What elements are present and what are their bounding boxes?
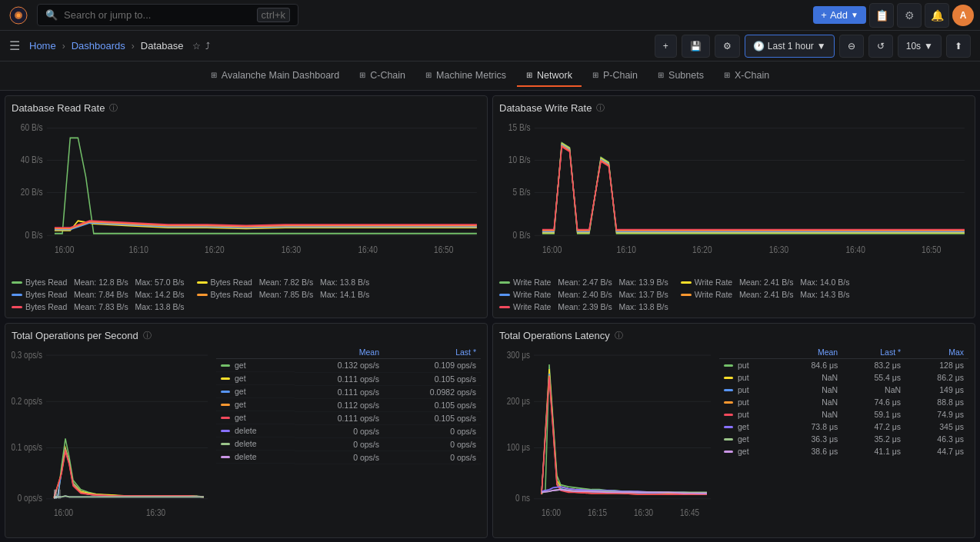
tab-icon-avalanche: ⊞ — [211, 71, 217, 79]
ops-table-row: delete 0 ops/s 0 ops/s — [216, 437, 481, 451]
latency-chart-area: 300 μs 200 μs 100 μs 0 ns 16:00 16:15 16… — [499, 346, 715, 531]
ops-row-last: 0 ops/s — [384, 424, 481, 437]
ops-table-row: delete 0 ops/s 0 ops/s — [216, 424, 481, 437]
tab-pchain[interactable]: ⊞ P-Chain — [583, 65, 647, 87]
latency-col-max[interactable]: Max — [905, 346, 968, 359]
tab-icon-xchain: ⊞ — [724, 71, 730, 79]
breadcrumb-home[interactable]: Home — [29, 40, 56, 52]
avatar[interactable]: A — [952, 5, 974, 26]
tab-subnets[interactable]: ⊞ Subnets — [648, 65, 713, 87]
latency-table-row: get 38.6 μs 41.1 μs 44.7 μs — [719, 445, 968, 457]
svg-text:16:40: 16:40 — [358, 244, 377, 254]
clock-icon: 🕐 — [753, 41, 765, 52]
star-icon[interactable]: ☆ — [192, 41, 201, 52]
collapse-button[interactable]: ⬆ — [946, 35, 971, 58]
latency-info-icon[interactable]: ⓘ — [615, 330, 623, 341]
zoom-out-button[interactable]: ⊖ — [839, 35, 864, 58]
latency-row-last: 35.2 μs — [842, 433, 905, 445]
svg-text:16:20: 16:20 — [692, 244, 712, 254]
svg-text:60 B/s: 60 B/s — [21, 122, 43, 132]
grafana-logo[interactable] — [6, 3, 31, 28]
write-legend-2: Write Rate Mean: 2.41 B/s Max: 14.0 B/s — [681, 278, 850, 287]
write-legend-3: Write Rate Mean: 2.40 B/s Max: 13.7 B/s — [499, 290, 668, 299]
tab-machine[interactable]: ⊞ Machine Metrics — [416, 65, 515, 87]
ops-table-row: delete 0 ops/s 0 ops/s — [216, 451, 481, 464]
ops-row-last: 0.109 ops/s — [384, 359, 481, 373]
breadcrumb-sep-1: › — [62, 41, 65, 52]
add-icon: + — [821, 9, 827, 21]
nav-icons: + Add ▼ 📋 ⚙ 🔔 A — [813, 3, 974, 28]
latency-row-label: get — [719, 421, 779, 433]
add-panel-button[interactable]: + — [655, 35, 677, 58]
svg-text:200 μs: 200 μs — [507, 396, 531, 406]
write-legend-color-3 — [499, 294, 510, 296]
ops-row-mean: 0.111 ops/s — [295, 372, 384, 385]
add-chevron-icon: ▼ — [851, 11, 858, 19]
latency-row-last: 83.2 μs — [842, 359, 905, 372]
svg-text:10 B/s: 10 B/s — [508, 155, 531, 165]
interval-button[interactable]: 10s ▼ — [898, 35, 942, 58]
ops-title: Total Operations per Second — [12, 330, 138, 341]
latency-row-mean: NaN — [779, 396, 842, 408]
ops-row-mean: 0 ops/s — [295, 437, 384, 451]
write-rate-title: Database Write Rate — [499, 102, 592, 114]
tab-xchain[interactable]: ⊞ X-Chain — [715, 65, 778, 87]
write-rate-header: Database Write Rate ⓘ — [499, 102, 968, 114]
svg-rect-42 — [58, 490, 61, 499]
svg-text:40 B/s: 40 B/s — [21, 155, 43, 165]
write-rate-svg: 15 B/s 10 B/s 5 B/s 0 B/s 16:00 16:10 16… — [499, 118, 968, 274]
tab-cchain[interactable]: ⊞ C-Chain — [350, 65, 415, 87]
add-button[interactable]: + Add ▼ — [813, 6, 866, 24]
latency-table-row: put 84.6 μs 83.2 μs 128 μs — [719, 359, 968, 372]
dashboard-settings-button[interactable]: ⚙ — [715, 35, 740, 58]
latency-row-max: 86.2 μs — [905, 371, 968, 384]
ops-col-mean[interactable]: Mean — [295, 346, 384, 359]
read-rate-svg: 60 B/s 40 B/s 20 B/s 0 B/s 16:00 16:10 1… — [12, 118, 481, 274]
svg-text:5 B/s: 5 B/s — [513, 187, 531, 197]
legend-item-1: Bytes Read Mean: 12.8 B/s Max: 57.0 B/s — [12, 278, 185, 287]
ops-row-mean: 0.111 ops/s — [295, 411, 384, 424]
tab-network[interactable]: ⊞ Network — [517, 65, 582, 87]
notifications-button[interactable]: 🔔 — [925, 3, 949, 28]
read-rate-legend: Bytes Read Mean: 12.8 B/s Max: 57.0 B/s … — [12, 278, 481, 311]
write-legend-1: Write Rate Mean: 2.47 B/s Max: 13.9 B/s — [499, 278, 668, 287]
latency-row-max: 345 μs — [905, 421, 968, 433]
share-icon[interactable]: ⤴ — [205, 41, 210, 52]
write-rate-chart: 15 B/s 10 B/s 5 B/s 0 B/s 16:00 16:10 16… — [499, 118, 968, 274]
latency-row-max: 46.3 μs — [905, 433, 968, 445]
menu-toggle-button[interactable]: ☰ — [9, 38, 20, 53]
refresh-button[interactable]: ↺ — [868, 35, 893, 58]
svg-text:16:10: 16:10 — [617, 244, 636, 254]
zoom-out-icon: ⊖ — [848, 41, 855, 52]
settings-button[interactable]: ⚙ — [897, 3, 922, 28]
save-button[interactable]: 💾 — [682, 35, 710, 58]
time-range-button[interactable]: 🕐 Last 1 hour ▼ — [745, 35, 835, 58]
svg-text:16:50: 16:50 — [922, 244, 941, 254]
svg-text:0.3 ops/s: 0.3 ops/s — [12, 350, 42, 360]
latency-table-row: put NaN 74.6 μs 88.8 μs — [719, 396, 968, 408]
svg-text:16:15: 16:15 — [588, 507, 607, 517]
write-legend-color-5 — [499, 306, 510, 308]
latency-col-mean[interactable]: Mean — [779, 346, 842, 359]
tab-avalanche[interactable]: ⊞ Avalanche Main Dashboard — [202, 65, 348, 87]
ops-table-row: get 0.111 ops/s 0.105 ops/s — [216, 372, 481, 385]
search-bar[interactable]: 🔍 Search or jump to... ctrl+k — [37, 4, 298, 26]
ops-svg: 0.3 ops/s 0.2 ops/s 0.1 ops/s 0 ops/s 16… — [12, 346, 212, 531]
latency-row-mean: NaN — [779, 384, 842, 396]
write-rate-info-icon[interactable]: ⓘ — [596, 102, 605, 114]
search-shortcut: ctrl+k — [257, 8, 290, 22]
ops-row-label: get — [216, 385, 295, 398]
breadcrumb-dashboards[interactable]: Dashboards — [72, 40, 125, 52]
latency-row-last: NaN — [842, 384, 905, 396]
save-dashboard-button[interactable]: 📋 — [869, 3, 894, 28]
ops-info-icon[interactable]: ⓘ — [143, 330, 152, 341]
ops-col-last[interactable]: Last * — [384, 346, 481, 359]
latency-row-mean: 84.6 μs — [779, 359, 842, 372]
latency-col-last[interactable]: Last * — [842, 346, 905, 359]
svg-text:16:00: 16:00 — [54, 507, 73, 517]
read-rate-info-icon[interactable]: ⓘ — [109, 102, 118, 114]
svg-text:16:20: 16:20 — [205, 244, 224, 254]
write-legend-5: Write Rate Mean: 2.39 B/s Max: 13.8 B/s — [499, 302, 668, 311]
latency-row-mean: 73.8 μs — [779, 421, 842, 433]
ops-row-last: 0 ops/s — [384, 451, 481, 464]
